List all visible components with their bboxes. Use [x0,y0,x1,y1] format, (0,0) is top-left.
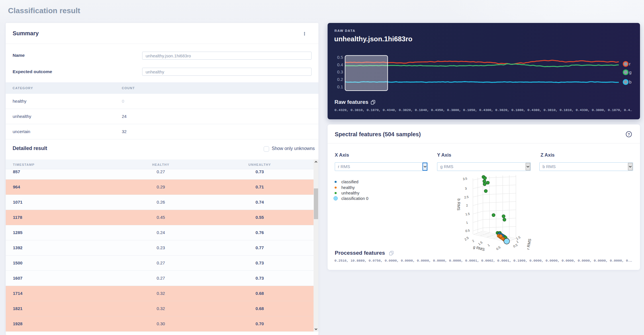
svg-text:unhealthy: unhealthy [341,191,360,195]
svg-text:0.4: 0.4 [337,62,343,67]
svg-text:b: b [629,79,631,84]
svg-text:2: 2 [471,239,475,243]
svg-text:3: 3 [465,187,467,190]
svg-text:classified: classified [341,180,359,184]
svg-text:0.5: 0.5 [513,243,518,248]
svg-text:r RMS: r RMS [526,238,532,250]
svg-text:0.3: 0.3 [337,69,343,74]
svg-text:g: g [629,70,631,75]
svg-text:2.5: 2.5 [464,236,469,241]
svg-text:1.5: 1.5 [516,235,521,241]
svg-text:1: 1 [487,243,490,247]
svg-text:healthy: healthy [341,185,355,190]
svg-text:1.5: 1.5 [465,212,470,216]
svg-text:0.5: 0.5 [496,245,501,251]
svg-text:1: 1 [466,221,468,225]
svg-text:b RMS: b RMS [456,198,461,211]
svg-text:1.5: 1.5 [477,240,483,246]
svg-text:0.2: 0.2 [337,77,343,82]
svg-text:2: 2 [466,204,468,207]
svg-text:r: r [629,61,631,66]
svg-text:0.1: 0.1 [337,84,343,89]
svg-text:2.5: 2.5 [464,195,469,199]
svg-text:3.5: 3.5 [463,177,467,181]
svg-text:0.5: 0.5 [465,229,470,233]
svg-text:0.5: 0.5 [337,55,343,60]
svg-text:g RMS: g RMS [473,245,485,252]
svg-text:classification 0: classification 0 [341,196,368,201]
